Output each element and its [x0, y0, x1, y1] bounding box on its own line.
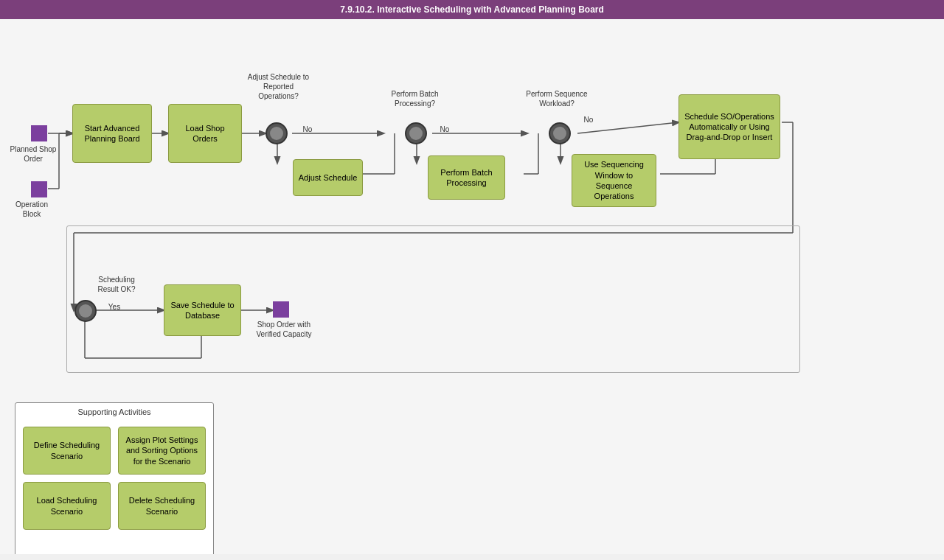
planned-shop-order-icon: [31, 125, 47, 141]
save-schedule-box[interactable]: Save Schedule to Database: [164, 284, 241, 336]
adjust-no-label: No: [296, 125, 319, 134]
main-canvas: Planned Shop Order Operation Block Start…: [0, 19, 944, 554]
batch-question-label: Perform Batch Processing?: [384, 89, 446, 108]
sequence-decision: [549, 122, 571, 144]
supporting-item-assign[interactable]: Assign Plot Settings and Sorting Options…: [118, 427, 206, 475]
header-title: 7.9.10.2. Interactive Scheduling with Ad…: [340, 4, 604, 15]
supporting-item-delete[interactable]: Delete Scheduling Scenario: [118, 482, 206, 530]
planned-shop-order-label: Planned Shop Order: [7, 144, 59, 164]
shop-order-verified-label: Shop Order with Verified Capacity: [254, 320, 313, 339]
supporting-title: Supporting Activities: [15, 403, 213, 421]
shop-order-verified-icon: [273, 301, 289, 318]
use-sequencing-box[interactable]: Use Sequencing Window to Sequence Operat…: [572, 154, 656, 207]
supporting-item-define[interactable]: Define Scheduling Scenario: [23, 427, 111, 475]
schedule-so-box[interactable]: Schedule SO/Operations Automatically or …: [678, 94, 780, 159]
sequence-question-label: Perform Sequence Workload?: [524, 89, 590, 108]
supporting-grid: Define Scheduling Scenario Assign Plot S…: [15, 421, 213, 536]
supporting-item-load[interactable]: Load Scheduling Scenario: [23, 482, 111, 530]
adjust-question-label: Adjust Schedule to Reported Operations?: [243, 72, 313, 101]
supporting-activities-panel: Supporting Activities Define Scheduling …: [15, 402, 214, 554]
batch-decision: [405, 122, 427, 144]
scheduling-result-decision: [74, 300, 97, 322]
batch-no-label: No: [434, 125, 456, 134]
start-apb-box[interactable]: Start Advanced Planning Board: [72, 104, 152, 163]
yes-label: Yes: [103, 302, 125, 312]
sequence-no-label: No: [577, 115, 600, 125]
operation-block-icon: [31, 181, 47, 197]
adjust-schedule-box[interactable]: Adjust Schedule: [293, 159, 363, 196]
load-shop-orders-box[interactable]: Load Shop Orders: [168, 104, 242, 163]
header: 7.9.10.2. Interactive Scheduling with Ad…: [0, 0, 944, 19]
operation-block-label: Operation Block: [6, 200, 58, 219]
scheduling-result-label: Scheduling Result OK?: [87, 275, 146, 294]
adjust-decision: [266, 122, 288, 144]
perform-batch-box[interactable]: Perform Batch Processing: [428, 155, 505, 200]
